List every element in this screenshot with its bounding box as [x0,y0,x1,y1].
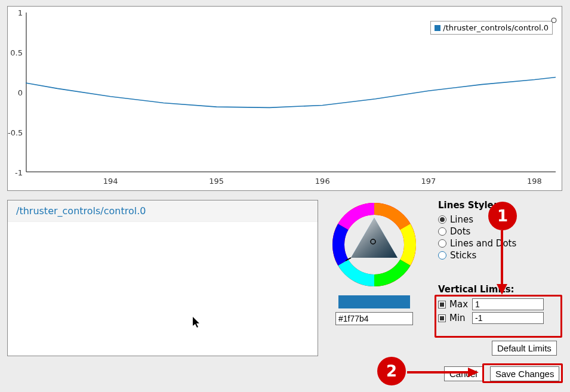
max-input[interactable] [472,298,544,310]
chart-legend[interactable]: /thruster_controls/control.0 [430,21,553,35]
radio-label: Sticks [450,250,476,261]
y-tick: -0.5 [8,128,23,137]
cursor-icon [193,317,202,329]
corner-handle-icon[interactable] [551,17,557,23]
color-picker-panel [329,200,419,325]
x-tick: 198 [527,177,542,186]
save-changes-button[interactable]: Save Changes [490,366,559,381]
color-wheel-icon[interactable] [329,200,419,289]
default-limits-button[interactable]: Default Limits [492,341,557,356]
legend-swatch-icon [435,25,440,31]
radio-label: Dots [450,226,470,237]
radio-icon [438,239,446,248]
radio-label: Lines [450,214,473,225]
min-input[interactable] [472,312,544,324]
chart-panel[interactable]: 1 0.5 0 -0.5 -1 194 195 196 197 198 /thr… [7,6,562,191]
y-tick: 1 [8,8,23,17]
chart-plot[interactable]: 1 0.5 0 -0.5 -1 194 195 196 197 198 [26,13,556,172]
legend-label: /thruster_controls/control.0 [443,23,549,32]
annotation-arrow-1-icon [493,230,511,296]
min-checkbox[interactable] [438,314,446,322]
annotation-badge-1: 1 [488,202,517,230]
min-label: Min [449,313,469,323]
x-tick: 194 [103,177,118,186]
vertical-limits-title: Vertical Limits: [438,284,544,295]
color-swatch [338,295,410,308]
svg-point-0 [551,18,556,23]
series-list[interactable]: /thruster_controls/control.0 [7,200,318,356]
y-tick: -1 [8,168,23,177]
list-item[interactable]: /thruster_controls/control.0 [8,200,318,222]
color-hex-input[interactable] [335,312,413,325]
x-tick: 196 [315,177,330,186]
x-tick: 197 [421,177,436,186]
annotation-badge-2: 2 [377,357,406,385]
max-checkbox[interactable] [438,301,446,308]
x-tick: 195 [209,177,224,186]
y-tick: 0 [8,88,23,97]
radio-icon [438,227,446,236]
radio-icon [438,215,446,224]
chart-svg [26,13,556,172]
max-label: Max [449,299,469,310]
y-tick: 0.5 [8,48,23,57]
annotation-arrow-2-icon [407,366,480,378]
radio-icon [438,251,446,260]
